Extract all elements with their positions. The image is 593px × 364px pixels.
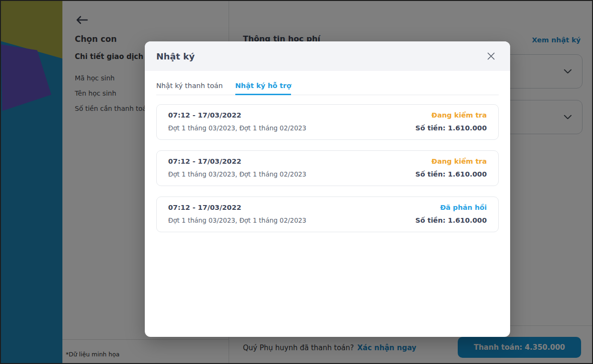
entry-periods: Đợt 1 tháng 03/2023, Đợt 1 tháng 02/2023 — [168, 124, 306, 132]
entry-periods: Đợt 1 tháng 03/2023, Đợt 1 tháng 02/2023 — [168, 170, 306, 178]
journal-modal: Nhật ký Nhật ký thanh toán Nhật ký hỗ tr… — [145, 41, 510, 337]
tab-payment-journal[interactable]: Nhật ký thanh toán — [156, 82, 223, 95]
journal-entry-card[interactable]: 07:12 - 17/03/2022 Đã phản hồi Đợt 1 thá… — [156, 197, 499, 232]
entry-status-badge: Đang kiểm tra — [432, 157, 487, 165]
entry-status-badge: Đã phản hồi — [440, 204, 487, 211]
entry-timestamp: 07:12 - 17/03/2022 — [168, 204, 241, 211]
entry-status-badge: Đang kiểm tra — [432, 111, 487, 119]
entry-amount: Số tiền: 1.610.000 — [415, 124, 487, 132]
entry-top-row: 07:12 - 17/03/2022 Đang kiểm tra — [168, 157, 487, 165]
modal-header: Nhật ký — [145, 41, 510, 71]
entry-bottom-row: Đợt 1 tháng 03/2023, Đợt 1 tháng 02/2023… — [168, 170, 487, 178]
app-window: Chọn con Chi tiết giao dịch Mã học sinh … — [0, 0, 593, 364]
tab-support-journal[interactable]: Nhật ký hỗ trợ — [235, 82, 291, 95]
entry-timestamp: 07:12 - 17/03/2022 — [168, 111, 241, 119]
journal-entry-card[interactable]: 07:12 - 17/03/2022 Đang kiểm tra Đợt 1 t… — [156, 104, 499, 140]
entry-top-row: 07:12 - 17/03/2022 Đang kiểm tra — [168, 111, 487, 119]
close-button[interactable] — [484, 49, 498, 63]
entry-amount: Số tiền: 1.610.000 — [415, 170, 487, 178]
entry-amount: Số tiền: 1.610.000 — [415, 216, 487, 224]
entry-timestamp: 07:12 - 17/03/2022 — [168, 157, 241, 165]
journal-entry-list: 07:12 - 17/03/2022 Đang kiểm tra Đợt 1 t… — [145, 95, 510, 232]
entry-bottom-row: Đợt 1 tháng 03/2023, Đợt 1 tháng 02/2023… — [168, 124, 487, 132]
modal-title: Nhật ký — [156, 51, 195, 61]
entry-top-row: 07:12 - 17/03/2022 Đã phản hồi — [168, 204, 487, 211]
modal-tabs: Nhật ký thanh toán Nhật ký hỗ trợ — [156, 71, 499, 95]
entry-periods: Đợt 1 tháng 03/2023, Đợt 1 tháng 02/2023 — [168, 216, 306, 224]
entry-bottom-row: Đợt 1 tháng 03/2023, Đợt 1 tháng 02/2023… — [168, 216, 487, 224]
journal-entry-card[interactable]: 07:12 - 17/03/2022 Đang kiểm tra Đợt 1 t… — [156, 150, 499, 186]
close-icon — [487, 52, 495, 60]
